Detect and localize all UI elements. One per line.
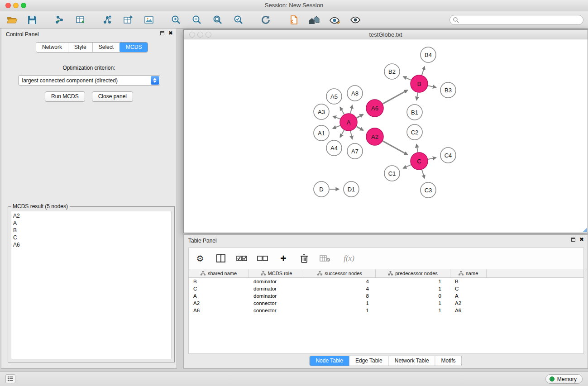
node-C[interactable]: C	[411, 152, 428, 170]
cell-predecessors[interactable]: 0	[376, 292, 450, 300]
edge-A6-B[interactable]	[383, 90, 408, 104]
edge-A-A1[interactable]	[333, 125, 340, 129]
cell-mcds-role[interactable]: connector	[249, 307, 304, 314]
create-column-button[interactable]: +	[277, 253, 289, 264]
column-header-shared-name[interactable]: shared name	[189, 269, 249, 277]
float-panel-icon[interactable]	[160, 31, 164, 35]
close-panel-icon[interactable]: ✖	[168, 31, 173, 35]
edge-C-C2[interactable]	[416, 144, 418, 152]
table-row[interactable]: B dominator 4 1 B	[189, 278, 583, 285]
node-A8[interactable]: A8	[347, 86, 363, 101]
table-settings-button[interactable]: ⚙	[194, 253, 206, 264]
node-B[interactable]: B	[411, 75, 428, 92]
tab-edge-table[interactable]: Edge Table	[349, 356, 388, 366]
edge-A-A5[interactable]	[340, 107, 344, 114]
tab-select[interactable]: Select	[92, 43, 120, 52]
column-header-successor-nodes[interactable]: successor nodes	[304, 269, 376, 277]
delete-table-button[interactable]	[319, 253, 331, 264]
edge-B-B4[interactable]	[422, 67, 425, 75]
show-columns-button[interactable]	[215, 253, 227, 264]
result-item[interactable]: C	[13, 234, 169, 241]
cell-name[interactable]: A2	[450, 300, 487, 307]
edge-C-C1[interactable]	[403, 165, 411, 168]
result-item[interactable]: B	[13, 227, 169, 234]
column-header-name[interactable]: name	[450, 269, 487, 277]
edge-A2-C[interactable]	[383, 141, 408, 155]
apply-layout-button[interactable]	[258, 13, 273, 27]
edge-C-C4[interactable]	[428, 157, 436, 159]
cell-successors[interactable]: 4	[304, 278, 376, 285]
export-image-button[interactable]	[141, 13, 157, 27]
edge-B-B2[interactable]	[403, 76, 411, 80]
cell-predecessors[interactable]: 1	[376, 300, 450, 307]
memory-button[interactable]: Memory	[545, 374, 583, 384]
edge-B-B1[interactable]	[416, 93, 418, 100]
zoom-fit-button[interactable]	[210, 13, 225, 27]
cell-name[interactable]: A6	[450, 307, 487, 314]
table-row[interactable]: C dominator 4 1 C	[189, 285, 583, 292]
show-hide-panels-button[interactable]	[348, 13, 363, 27]
node-C1[interactable]: C1	[384, 166, 400, 181]
node-A5[interactable]: A5	[326, 89, 342, 104]
node-C4[interactable]: C4	[440, 148, 456, 163]
close-table-panel-icon[interactable]: ✖	[579, 237, 584, 242]
cell-successors[interactable]: 1	[304, 307, 376, 314]
table-row[interactable]: A6 connector 1 1 A6	[189, 307, 583, 314]
cell-predecessors[interactable]: 1	[376, 307, 450, 314]
node-D1[interactable]: D1	[344, 181, 359, 197]
tab-style[interactable]: Style	[68, 43, 92, 52]
result-item[interactable]: A2	[13, 212, 169, 219]
edge-B-B3[interactable]	[428, 86, 436, 87]
column-header-mcds-role[interactable]: MCDS role	[249, 269, 304, 277]
table-row[interactable]: A2 connector 1 1 A2	[189, 300, 583, 307]
zoom-selected-button[interactable]	[231, 13, 246, 27]
cell-successors[interactable]: 4	[304, 285, 376, 292]
tab-network-table[interactable]: Network Table	[388, 356, 435, 366]
search-input[interactable]	[449, 15, 583, 25]
criterion-dropdown[interactable]: largest connected component (directed)	[18, 75, 160, 86]
task-history-button[interactable]	[5, 374, 15, 383]
home-button[interactable]	[306, 13, 321, 27]
delete-columns-button[interactable]	[298, 253, 310, 264]
node-C3[interactable]: C3	[421, 182, 436, 198]
cell-shared-name[interactable]: A6	[189, 307, 249, 314]
cell-name[interactable]: B	[450, 278, 487, 285]
node-B1[interactable]: B1	[407, 105, 422, 120]
edge-C-C3[interactable]	[422, 170, 425, 178]
float-table-panel-icon[interactable]	[571, 238, 575, 242]
cell-shared-name[interactable]: B	[189, 278, 249, 285]
cell-successors[interactable]: 8	[304, 292, 376, 300]
export-table-button[interactable]	[120, 13, 136, 27]
node-D[interactable]: D	[314, 181, 329, 197]
edge-A-A3[interactable]	[333, 116, 340, 119]
cell-mcds-role[interactable]: dominator	[249, 285, 304, 292]
node-A7[interactable]: A7	[347, 143, 363, 159]
node-B3[interactable]: B3	[440, 82, 456, 98]
cell-shared-name[interactable]: C	[189, 285, 249, 292]
import-network-button[interactable]	[52, 13, 67, 27]
function-builder-button[interactable]: f(x)	[340, 253, 358, 264]
edge-A-A8[interactable]	[350, 105, 352, 113]
cell-mcds-role[interactable]: connector	[249, 300, 304, 307]
cell-name[interactable]: A	[450, 292, 487, 300]
result-item[interactable]: A	[13, 219, 169, 227]
tab-node-table[interactable]: Node Table	[310, 356, 349, 366]
cell-name[interactable]: C	[450, 285, 487, 292]
graphics-details-button[interactable]	[327, 13, 342, 27]
cell-successors[interactable]: 1	[304, 300, 376, 307]
node-A[interactable]: A	[340, 114, 357, 131]
cell-shared-name[interactable]: A	[189, 292, 249, 300]
import-table-button[interactable]	[72, 13, 88, 27]
node-A6[interactable]: A6	[366, 100, 383, 117]
snapshot-button[interactable]	[286, 13, 301, 27]
edge-A-A2[interactable]	[357, 127, 363, 130]
node-A3[interactable]: A3	[314, 104, 329, 119]
export-network-button[interactable]	[100, 13, 115, 27]
open-file-button[interactable]	[5, 13, 20, 27]
tab-network[interactable]: Network	[36, 43, 68, 52]
deselect-all-button[interactable]	[257, 253, 268, 264]
node-B2[interactable]: B2	[384, 64, 400, 79]
node-A1[interactable]: A1	[314, 125, 329, 141]
cell-mcds-role[interactable]: dominator	[249, 278, 304, 285]
cell-predecessors[interactable]: 1	[376, 278, 450, 285]
